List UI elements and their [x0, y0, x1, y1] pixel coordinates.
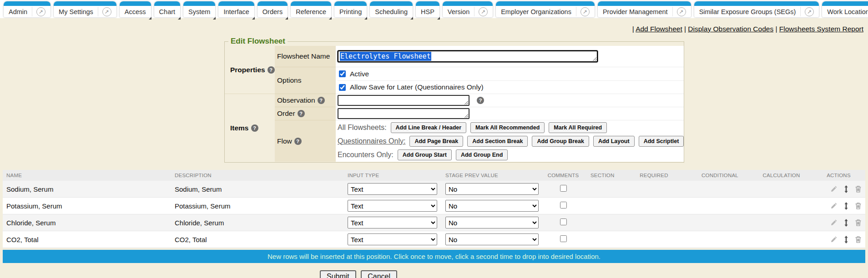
footer: Submit Cancel — [0, 270, 717, 278]
column-header-conditional: CONDITIONAL — [689, 173, 751, 178]
popout-icon[interactable]: ↗ — [102, 7, 111, 16]
tab-accent-bar — [4, 1, 50, 6]
cell-name: Sodium, Serum — [3, 185, 171, 193]
cell-input-type: Text — [344, 200, 442, 212]
flow-group-questionnaires-only: Questionnaires Only:Add Page BreakAdd Se… — [338, 134, 684, 148]
nav-tab-reference[interactable]: Reference — [291, 1, 331, 17]
order-help-icon[interactable]: ? — [298, 110, 305, 117]
add-section-break-button[interactable]: Add Section Break — [467, 136, 528, 147]
popout-icon[interactable]: ↗ — [479, 7, 488, 16]
mark-all-recommended-button[interactable]: Mark All Recommended — [470, 122, 545, 133]
nav-tab-access[interactable]: Access — [120, 1, 151, 17]
nav-tab-similar-exposure-groups-segs[interactable]: Similar Exposure Groups (SEGs)↗ — [694, 1, 819, 17]
tab-label: Interface — [223, 8, 249, 15]
comments-checkbox[interactable] — [560, 185, 567, 192]
nav-tab-admin[interactable]: Admin↗ — [4, 1, 50, 17]
popout-icon[interactable]: ↗ — [36, 7, 45, 16]
observation-input-help-icon[interactable]: ? — [477, 97, 484, 104]
add-scriptlet-button[interactable]: Add Scriptlet — [639, 136, 684, 147]
mark-all-required-button[interactable]: Mark All Required — [549, 122, 607, 133]
add-page-break-button[interactable]: Add Page Break — [409, 136, 463, 147]
input-type-select[interactable]: Text — [348, 233, 437, 245]
cell-input-type: Text — [344, 217, 442, 228]
link-display-observation-codes[interactable]: Display Observation Codes — [688, 25, 773, 33]
input-type-select[interactable]: Text — [348, 200, 437, 212]
insert-position-bar[interactable]: New rows will be inserted at this positi… — [3, 250, 865, 263]
flow-group-all-flowsheets: All Flowsheets:Add Line Break / HeaderMa… — [338, 121, 684, 134]
nav-tab-interface[interactable]: Interface — [218, 1, 254, 17]
tab-accent-bar — [54, 1, 116, 6]
edit-pencil-icon[interactable] — [830, 202, 838, 209]
delete-trash-icon[interactable] — [855, 185, 862, 193]
stage-prev-value-select[interactable]: No — [445, 217, 539, 228]
column-header-stage-prev-value: STAGE PREV VALUE — [442, 173, 540, 178]
popout-icon[interactable]: ↗ — [677, 7, 686, 16]
flow-help-icon[interactable]: ? — [294, 138, 302, 145]
add-group-start-button[interactable]: Add Group Start — [398, 149, 452, 160]
flow-group-label: All Flowsheets: — [338, 124, 387, 132]
comments-checkbox[interactable] — [560, 235, 567, 242]
edit-pencil-icon[interactable] — [830, 236, 838, 243]
add-line-break-header-button[interactable]: Add Line Break / Header — [391, 122, 467, 133]
column-header-actions: ACTIONS — [812, 173, 865, 178]
nav-tab-work-locations[interactable]: Work Locations↗ — [822, 1, 868, 17]
nav-tab-provider-management[interactable]: Provider Management↗ — [598, 1, 691, 17]
delete-trash-icon[interactable] — [855, 219, 862, 226]
nav-tab-scheduling[interactable]: Scheduling — [370, 1, 413, 17]
comments-checkbox[interactable] — [560, 202, 567, 208]
link-add-flowsheet[interactable]: Add Flowsheet — [636, 25, 682, 33]
add-group-break-button[interactable]: Add Group Break — [532, 136, 589, 147]
stage-prev-value-select[interactable]: No — [445, 183, 539, 195]
nav-tab-employer-organizations[interactable]: Employer Organizations↗ — [496, 1, 595, 17]
comments-checkbox[interactable] — [560, 218, 567, 225]
edit-pencil-icon[interactable] — [830, 185, 838, 193]
tab-label: Provider Management — [603, 8, 668, 15]
items-group-label: Items ? — [225, 94, 275, 162]
observation-input[interactable] — [338, 95, 469, 106]
tab-accent-bar — [183, 1, 215, 6]
edit-pencil-icon[interactable] — [830, 219, 838, 226]
active-checkbox[interactable] — [339, 70, 346, 77]
input-type-select[interactable]: Text — [348, 217, 437, 228]
allow-save-for-later-questionnaires-only-checkbox[interactable] — [339, 84, 346, 91]
cancel-button[interactable]: Cancel — [361, 270, 397, 278]
delete-trash-icon[interactable] — [855, 202, 862, 209]
cell-comments — [540, 218, 587, 227]
tab-label: Version — [448, 8, 469, 15]
add-group-end-button[interactable]: Add Group End — [456, 149, 508, 160]
nav-tab-orders[interactable]: Orders — [257, 1, 288, 17]
nav-tab-system[interactable]: System — [183, 1, 215, 17]
submit-button[interactable]: Submit — [320, 270, 356, 278]
observation-help-icon[interactable]: ? — [318, 97, 325, 104]
nav-tab-my-settings[interactable]: My Settings↗ — [54, 1, 116, 17]
cell-actions — [812, 236, 865, 243]
stage-prev-value-select[interactable]: No — [445, 200, 539, 212]
move-row-icon[interactable] — [843, 202, 849, 210]
tab-accent-bar — [370, 1, 413, 6]
delete-trash-icon[interactable] — [855, 236, 862, 243]
popout-icon[interactable]: ↗ — [580, 7, 590, 16]
tab-accent-bar — [154, 1, 180, 6]
nav-tab-version[interactable]: Version↗ — [443, 1, 493, 17]
move-row-icon[interactable] — [843, 236, 849, 243]
tab-accent-bar — [598, 1, 691, 6]
items-help-icon[interactable]: ? — [251, 124, 258, 132]
popout-icon[interactable]: ↗ — [805, 7, 814, 16]
flow-label: Flow ? — [275, 120, 336, 162]
link-flowsheets-system-report[interactable]: Flowsheets System Report — [779, 25, 863, 33]
nav-tab-chart[interactable]: Chart — [154, 1, 180, 17]
input-type-select[interactable]: Text — [348, 183, 437, 195]
tab-label: Printing — [339, 8, 362, 15]
nav-tab-printing[interactable]: Printing — [334, 1, 367, 17]
add-layout-button[interactable]: Add Layout — [593, 136, 635, 147]
flowsheet-name-input[interactable]: Electrolytes Flowsheet — [338, 50, 598, 62]
tab-label: System — [188, 8, 210, 15]
nav-tab-hsp[interactable]: HSP — [416, 1, 439, 17]
move-row-icon[interactable] — [843, 185, 849, 193]
tab-accent-bar — [416, 1, 439, 6]
move-row-icon[interactable] — [843, 219, 849, 227]
properties-help-icon[interactable]: ? — [267, 66, 275, 74]
stage-prev-value-select[interactable]: No — [445, 233, 539, 245]
order-input[interactable] — [338, 108, 469, 119]
tab-label: Work Locations — [827, 8, 868, 15]
